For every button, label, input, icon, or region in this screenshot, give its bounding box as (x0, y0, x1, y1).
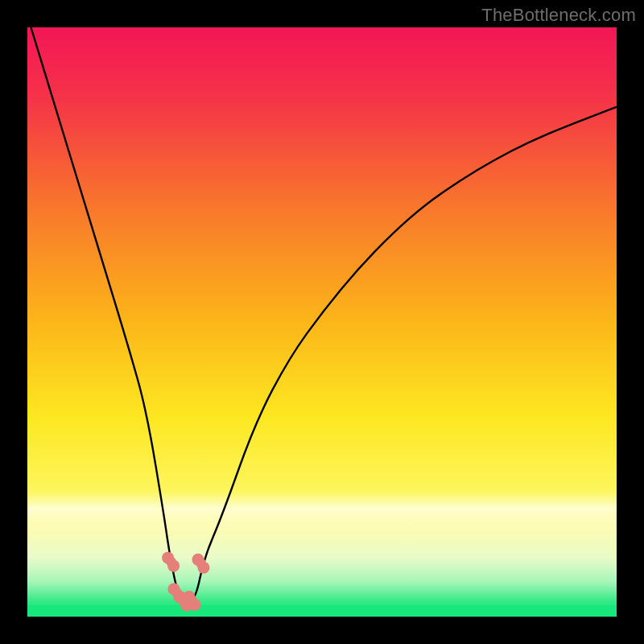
plot-area (27, 27, 617, 617)
chart-frame: TheBottleneck.com (0, 0, 644, 644)
svg-rect-2 (167, 557, 176, 567)
svg-rect-8 (196, 559, 206, 568)
watermark-label: TheBottleneck.com (481, 5, 636, 26)
threshold-band (27, 490, 617, 531)
floor-band (27, 605, 617, 617)
bottleneck-chart (27, 27, 617, 617)
svg-rect-14 (188, 596, 197, 605)
